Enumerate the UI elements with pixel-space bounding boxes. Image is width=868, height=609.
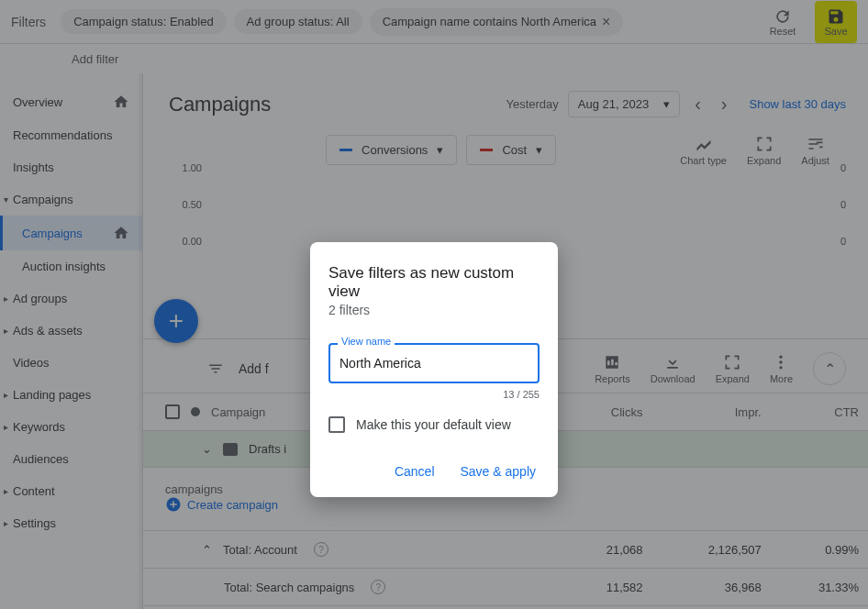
view-name-label: View name bbox=[338, 336, 395, 347]
view-name-input[interactable] bbox=[328, 343, 540, 383]
save-view-modal: Save filters as new custom view 2 filter… bbox=[310, 242, 558, 497]
modal-subtitle: 2 filters bbox=[328, 303, 540, 317]
save-apply-button[interactable]: Save & apply bbox=[457, 459, 540, 484]
char-counter: 13 / 255 bbox=[328, 389, 540, 400]
default-view-checkbox[interactable] bbox=[328, 416, 345, 433]
default-view-label: Make this your default view bbox=[356, 417, 511, 432]
cancel-button[interactable]: Cancel bbox=[391, 459, 439, 484]
modal-title: Save filters as new custom view bbox=[328, 264, 540, 301]
